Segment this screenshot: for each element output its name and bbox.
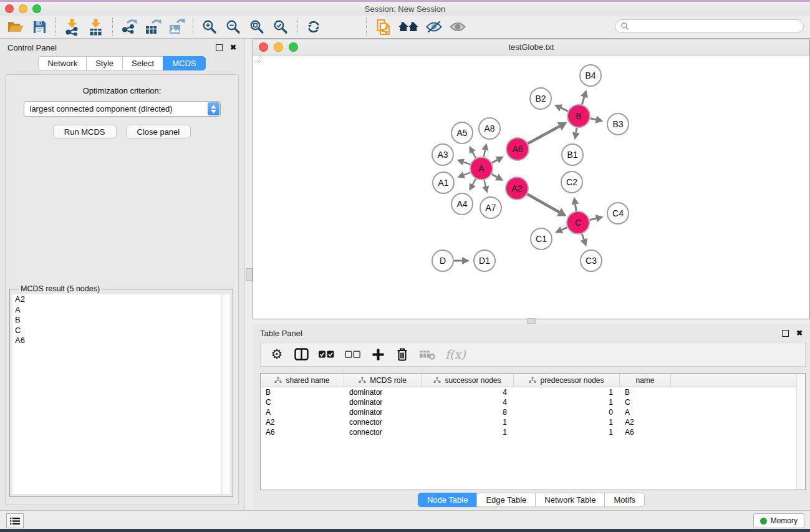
edge-B-B2[interactable] xyxy=(561,108,568,111)
float-table-panel-icon[interactable] xyxy=(782,330,789,337)
tab-motifs[interactable]: Motifs xyxy=(604,493,645,507)
zoom-in-button[interactable] xyxy=(198,17,221,37)
edge-A-A4[interactable] xyxy=(473,179,476,185)
tab-node-table[interactable]: Node Table xyxy=(418,493,478,507)
refresh-view-button[interactable] xyxy=(302,17,325,37)
network-window-titlebar[interactable]: testGlobe.txt xyxy=(253,39,809,56)
column-header-shared-name[interactable]: shared name xyxy=(261,374,344,387)
graph-node-A[interactable]: A xyxy=(470,157,493,180)
mcds-result-item[interactable]: A2 xyxy=(12,294,230,305)
memory-button[interactable]: Memory xyxy=(753,513,804,528)
table-row[interactable]: Cdominator41C xyxy=(261,397,805,407)
home-layout-button[interactable] xyxy=(395,17,422,37)
import-network-button[interactable] xyxy=(60,17,84,37)
edge-C-C1[interactable] xyxy=(562,228,567,230)
float-panel-icon[interactable] xyxy=(216,44,223,51)
export-image-button[interactable] xyxy=(165,17,188,37)
column-header-name[interactable]: name xyxy=(620,374,671,387)
vertical-splitter-handle[interactable] xyxy=(246,268,253,281)
table-row[interactable]: A6connector11A6 xyxy=(261,427,805,437)
mcds-result-item[interactable]: A xyxy=(12,305,230,316)
tab-network[interactable]: Network xyxy=(38,56,87,70)
graph-node-C4[interactable]: C4 xyxy=(607,203,629,224)
table-row[interactable]: Bdominator41B xyxy=(261,387,805,397)
edge-A-A5[interactable] xyxy=(473,152,476,158)
export-table-button[interactable] xyxy=(141,17,165,37)
table-scrollbar[interactable] xyxy=(796,374,805,490)
graph-node-A8[interactable]: A8 xyxy=(479,118,500,139)
edge-A-A6[interactable] xyxy=(492,160,498,163)
graph-node-C3[interactable]: C3 xyxy=(581,250,602,271)
edge-A-A7[interactable] xyxy=(484,180,485,186)
graph-node-B[interactable]: B xyxy=(567,105,590,127)
edge-A-A2[interactable] xyxy=(492,174,497,177)
open-session-button[interactable] xyxy=(4,17,27,37)
column-header-mcds-role[interactable]: MCDS role xyxy=(344,374,422,387)
graph-node-C[interactable]: C xyxy=(567,211,589,234)
edge-A-A3[interactable] xyxy=(463,162,470,165)
graph-node-B2[interactable]: B2 xyxy=(530,88,551,109)
show-panels-button[interactable] xyxy=(446,17,470,37)
graph-node-A3[interactable]: A3 xyxy=(432,144,453,165)
hide-panels-button[interactable] xyxy=(422,17,446,37)
graph-node-A4[interactable]: A4 xyxy=(451,193,473,215)
edge-C-C3[interactable] xyxy=(582,234,584,239)
select-all-columns-button[interactable] xyxy=(318,349,335,360)
mcds-result-item[interactable]: A6 xyxy=(12,336,230,346)
network-canvas[interactable]: B4B2BB3A8A5A6B1A3AA1C2A2A4A7C4CC1C3DD1 xyxy=(254,56,809,318)
edge-B-B1[interactable] xyxy=(576,128,577,133)
close-panel-button[interactable]: Close panel xyxy=(126,125,191,139)
graph-node-A6[interactable]: A6 xyxy=(506,138,529,160)
edge-A2-C[interactable] xyxy=(528,194,559,212)
table-row[interactable]: Adominator80A xyxy=(261,407,805,417)
edge-C-C4[interactable] xyxy=(589,218,596,220)
horizontal-splitter-handle[interactable] xyxy=(527,318,536,324)
table-row[interactable]: A2connector11A2 xyxy=(261,417,805,427)
criterion-dropdown[interactable]: largest connected component (directed) xyxy=(24,101,221,117)
show-task-history-button[interactable] xyxy=(6,513,24,528)
graph-node-B4[interactable]: B4 xyxy=(580,65,601,86)
window-resize-grip[interactable] xyxy=(254,56,262,64)
edge-A-A8[interactable] xyxy=(484,150,485,157)
graph-node-B3[interactable]: B3 xyxy=(607,114,629,135)
edge-A-A1[interactable] xyxy=(464,173,470,175)
graph-node-D[interactable]: D xyxy=(432,250,453,271)
mcds-result-item[interactable]: B xyxy=(12,315,230,326)
graph-node-A7[interactable]: A7 xyxy=(480,197,501,218)
edge-B-B4[interactable] xyxy=(582,97,584,104)
tab-mcds[interactable]: MCDS xyxy=(163,56,205,70)
clone-network-button[interactable] xyxy=(371,17,395,37)
delete-column-button[interactable] xyxy=(395,347,410,361)
tab-select[interactable]: Select xyxy=(122,56,163,70)
network-graph[interactable]: B4B2BB3A8A5A6B1A3AA1C2A2A4A7C4CC1C3DD1 xyxy=(254,56,809,319)
zoom-out-button[interactable] xyxy=(221,17,245,37)
create-column-button[interactable] xyxy=(370,348,385,361)
column-header-successor-nodes[interactable]: successor nodes xyxy=(422,374,514,387)
graph-node-A2[interactable]: A2 xyxy=(506,177,528,200)
graph-node-B1[interactable]: B1 xyxy=(562,144,583,165)
deselect-all-columns-button[interactable] xyxy=(344,349,361,360)
graph-node-C2[interactable]: C2 xyxy=(561,172,582,193)
mcds-result-item[interactable]: C xyxy=(12,326,230,336)
run-mcds-button[interactable]: Run MCDS xyxy=(53,125,117,139)
toggle-column-view-button[interactable] xyxy=(294,348,309,360)
export-network-button[interactable] xyxy=(117,17,141,37)
edge-B-B3[interactable] xyxy=(591,118,596,120)
graph-node-A1[interactable]: A1 xyxy=(433,172,454,193)
zoom-fit-button[interactable] xyxy=(245,17,269,37)
table-settings-button[interactable] xyxy=(269,348,284,361)
graph-node-C1[interactable]: C1 xyxy=(531,228,552,249)
tab-network-table[interactable]: Network Table xyxy=(535,493,605,507)
save-session-button[interactable] xyxy=(27,17,51,37)
close-table-panel-icon[interactable] xyxy=(796,329,803,337)
graph-node-D1[interactable]: D1 xyxy=(474,250,495,271)
zoom-selected-button[interactable] xyxy=(269,17,292,37)
close-panel-icon[interactable] xyxy=(230,43,236,52)
tab-style[interactable]: Style xyxy=(86,56,123,70)
column-header-predecessor-nodes[interactable]: predecessor nodes xyxy=(514,374,620,387)
graph-node-A5[interactable]: A5 xyxy=(451,122,473,143)
tab-edge-table[interactable]: Edge Table xyxy=(476,493,536,507)
mcds-list-scrollbar[interactable] xyxy=(221,294,230,494)
edge-C-C2[interactable] xyxy=(575,204,576,211)
import-table-button[interactable] xyxy=(84,17,108,37)
